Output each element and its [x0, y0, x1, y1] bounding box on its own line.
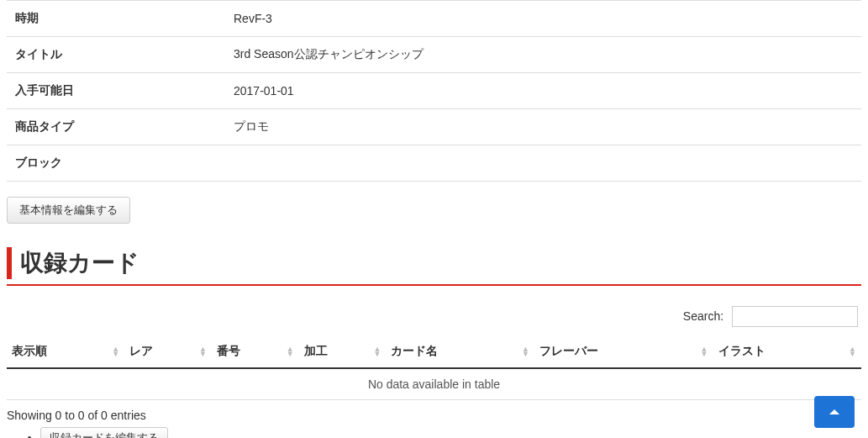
info-table: 時期 RevF-3 タイトル 3rd Season公認チャンピオンシップ 入手可… [7, 0, 861, 182]
info-label: 時期 [7, 1, 225, 37]
col-illustration[interactable]: イラスト▲▼ [713, 335, 861, 368]
edit-basic-info-button[interactable]: 基本情報を編集する [7, 197, 130, 224]
info-row: 商品タイプ プロモ [7, 109, 861, 145]
info-label: タイトル [7, 37, 225, 73]
info-row: 入手可能日 2017-01-01 [7, 73, 861, 109]
info-value: RevF-3 [225, 1, 861, 37]
info-label: 入手可能日 [7, 73, 225, 109]
empty-row: No data available in table [7, 368, 861, 400]
scroll-to-top-button[interactable] [814, 396, 855, 428]
info-label: 商品タイプ [7, 109, 225, 145]
info-value: プロモ [225, 109, 861, 145]
col-rarity[interactable]: レア▲▼ [124, 335, 212, 368]
search-label: Search: [683, 309, 723, 323]
notes-list: 収録カードを編集する データは未入力の場合があります。もしよかったら、編集にご協… [7, 427, 861, 438]
col-flavor[interactable]: フレーバー▲▼ [534, 335, 713, 368]
col-card-name[interactable]: カード名▲▼ [386, 335, 534, 368]
sort-icon: ▲▼ [373, 346, 381, 356]
info-label: ブロック [7, 145, 225, 182]
info-value: 3rd Season公認チャンピオンシップ [225, 37, 861, 73]
edit-cards-button[interactable]: 収録カードを編集する [40, 427, 168, 438]
col-finish[interactable]: 加工▲▼ [299, 335, 387, 368]
sort-icon: ▲▼ [701, 346, 708, 356]
info-value [225, 145, 861, 182]
info-row: タイトル 3rd Season公認チャンピオンシップ [7, 37, 861, 73]
empty-message: No data available in table [7, 368, 861, 400]
cards-table: 表示順▲▼ レア▲▼ 番号▲▼ 加工▲▼ カード名▲▼ フレーバー▲▼ イラスト… [7, 335, 861, 400]
col-number[interactable]: 番号▲▼ [212, 335, 299, 368]
info-row: 時期 RevF-3 [7, 1, 861, 37]
heading-underline [7, 284, 861, 286]
sort-icon: ▲▼ [522, 346, 529, 356]
col-display-order[interactable]: 表示順▲▼ [7, 335, 124, 368]
search-input[interactable] [732, 306, 858, 327]
sort-icon: ▲▼ [112, 346, 119, 356]
sort-icon: ▲▼ [199, 346, 207, 356]
cards-heading: 収録カード [7, 247, 861, 279]
entries-info: Showing 0 to 0 of 0 entries [7, 400, 861, 425]
info-value: 2017-01-01 [225, 73, 861, 109]
list-item: 収録カードを編集する [40, 427, 861, 438]
sort-icon: ▲▼ [287, 346, 294, 356]
info-row: ブロック [7, 145, 861, 182]
chevron-up-icon [827, 404, 842, 420]
sort-icon: ▲▼ [849, 346, 856, 356]
search-row: Search: [7, 301, 861, 335]
